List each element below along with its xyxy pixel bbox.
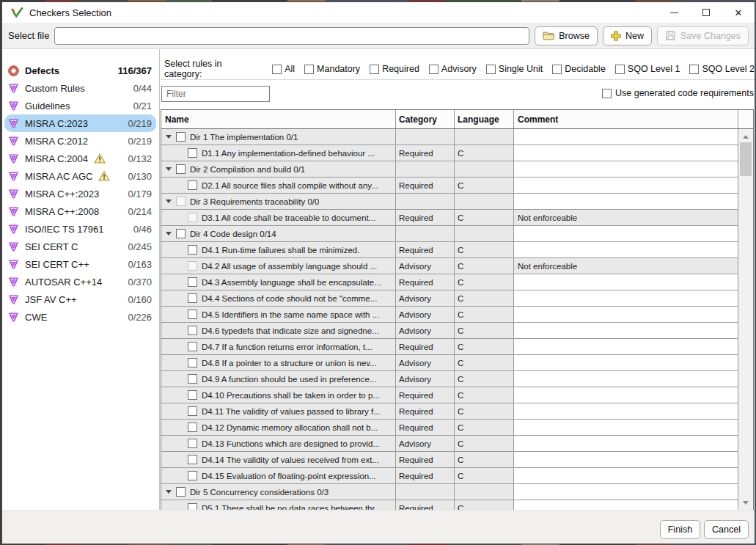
comment-cell[interactable] [514, 403, 738, 419]
sidebar-item-misra-cpp-2008[interactable]: MISRA C++:20080/214 [4, 202, 156, 220]
row-checkbox[interactable] [188, 148, 197, 158]
category-checkbox-sqo-level-1[interactable] [615, 65, 625, 74]
category-checkbox-required[interactable] [370, 65, 379, 74]
cancel-button[interactable]: Cancel [704, 520, 749, 539]
collapse-expander-icon[interactable] [166, 490, 172, 494]
group-row[interactable]: Dir 5 Concurrency considerations 0/3 [161, 484, 738, 500]
sidebar-item-misra-c-2023[interactable]: MISRA C:20230/219 [4, 114, 156, 132]
rule-row[interactable]: D5.1 There shall be no data races betwee… [161, 500, 738, 510]
rule-row[interactable]: D3.1 All code shall be traceable to docu… [161, 210, 738, 226]
category-checkbox-sqo-level-2[interactable] [689, 65, 699, 74]
row-checkbox[interactable] [188, 310, 197, 319]
maximize-button[interactable] [690, 2, 722, 23]
scroll-up-button[interactable] [738, 131, 753, 142]
row-checkbox[interactable] [188, 455, 197, 464]
rule-row[interactable]: D4.15 Evaluation of floating-point expre… [161, 468, 738, 484]
comment-cell[interactable] [514, 420, 738, 435]
comment-cell[interactable] [514, 500, 738, 510]
row-checkbox[interactable] [188, 245, 197, 255]
collapse-expander-icon[interactable] [166, 200, 172, 203]
row-checkbox[interactable] [176, 132, 186, 142]
row-checkbox[interactable] [188, 180, 197, 190]
generated-code-checkbox[interactable] [602, 89, 612, 98]
category-checkbox-mandatory[interactable] [304, 65, 314, 74]
group-row[interactable]: Dir 4 Code design 0/14 [161, 226, 738, 242]
category-checkbox-decidable[interactable] [552, 65, 562, 74]
comment-cell[interactable] [514, 339, 738, 354]
row-checkbox[interactable] [188, 261, 197, 271]
category-checkbox-all[interactable] [272, 65, 282, 74]
sidebar-item-defects[interactable]: Defects116/367 [4, 62, 156, 79]
sidebar-item-iso-iec-ts-17961[interactable]: ISO/IEC TS 179610/46 [4, 220, 156, 238]
filter-input[interactable] [161, 86, 270, 102]
sidebar-item-jsf-av-cpp[interactable]: JSF AV C++0/160 [4, 290, 156, 308]
comment-cell[interactable] [514, 145, 738, 161]
group-row[interactable]: Dir 3 Requirements traceability 0/0 [161, 194, 738, 210]
table-scrollbar[interactable] [738, 129, 753, 510]
row-checkbox[interactable] [176, 487, 186, 497]
sidebar-item-cwe[interactable]: CWE0/226 [4, 308, 156, 326]
comment-cell[interactable] [514, 290, 738, 306]
row-checkbox[interactable] [188, 293, 197, 303]
sidebar-item-sei-cert-cpp[interactable]: SEI CERT C++0/163 [4, 255, 156, 273]
category-checkbox-advisory[interactable] [429, 65, 438, 74]
rule-row[interactable]: D1.1 Any implementation-defined behaviou… [161, 145, 738, 161]
new-button[interactable]: New [603, 26, 652, 45]
comment-cell[interactable] [514, 178, 738, 193]
select-file-input[interactable] [54, 27, 529, 45]
close-button[interactable]: ✕ [722, 2, 755, 23]
row-checkbox[interactable] [188, 471, 197, 480]
row-checkbox[interactable] [188, 503, 197, 510]
row-checkbox[interactable] [188, 358, 197, 367]
comment-cell[interactable]: Not enforceable [514, 258, 738, 274]
finish-button[interactable]: Finish [660, 520, 700, 539]
scrollbar-thumb[interactable] [740, 142, 752, 176]
rule-row[interactable]: D4.11 The validity of values passed to l… [161, 403, 738, 420]
row-checkbox[interactable] [188, 439, 197, 448]
rule-row[interactable]: D4.10 Precautions shall be taken in orde… [161, 387, 738, 403]
browse-button[interactable]: Browse [535, 26, 598, 45]
rule-row[interactable]: D4.8 If a pointer to a structure or unio… [161, 355, 738, 371]
row-checkbox[interactable] [176, 164, 186, 174]
comment-cell[interactable] [514, 323, 738, 338]
row-checkbox[interactable] [188, 423, 197, 432]
collapse-expander-icon[interactable] [166, 167, 172, 171]
sidebar-item-misra-c-2004[interactable]: MISRA C:20040/132 [4, 150, 156, 167]
comment-cell[interactable] [514, 436, 738, 451]
sidebar-item-misra-ac-agc[interactable]: MISRA AC AGC0/130 [4, 167, 156, 185]
comment-cell[interactable]: Not enforceable [514, 210, 738, 225]
rule-row[interactable]: D4.13 Functions which are designed to pr… [161, 436, 738, 452]
row-checkbox[interactable] [188, 326, 197, 335]
row-checkbox[interactable] [188, 213, 197, 222]
row-checkbox[interactable] [176, 229, 186, 238]
row-checkbox[interactable] [188, 277, 197, 287]
sidebar-item-sei-cert-c[interactable]: SEI CERT C0/245 [4, 238, 156, 255]
rule-row[interactable]: D4.14 The validity of values received fr… [161, 452, 738, 468]
comment-cell[interactable] [514, 242, 738, 257]
rule-row[interactable]: D4.1 Run-time failures shall be minimize… [161, 242, 738, 258]
comment-cell[interactable] [514, 355, 738, 370]
sidebar-item-misra-c-2012[interactable]: MISRA C:20120/219 [4, 132, 156, 150]
rule-row[interactable]: D2.1 All source files shall compile with… [161, 178, 738, 194]
comment-cell[interactable] [514, 452, 738, 467]
rule-row[interactable]: D4.9 A function should be used in prefer… [161, 371, 738, 387]
row-checkbox[interactable] [188, 390, 197, 400]
collapse-expander-icon[interactable] [166, 232, 172, 235]
sidebar-item-guidelines[interactable]: Guidelines0/21 [4, 97, 156, 114]
category-checkbox-single-unit[interactable] [486, 65, 496, 74]
comment-cell[interactable] [514, 371, 738, 387]
row-checkbox[interactable] [188, 406, 197, 416]
row-checkbox[interactable] [176, 197, 186, 206]
rule-row[interactable]: D4.5 Identifiers in the same name space … [161, 307, 738, 323]
collapse-expander-icon[interactable] [166, 135, 172, 139]
sidebar-item-custom-rules[interactable]: Custom Rules0/44 [4, 79, 156, 97]
comment-cell[interactable] [514, 468, 738, 483]
comment-cell[interactable] [514, 307, 738, 322]
save-changes-button[interactable]: Save Changes [657, 26, 749, 45]
rule-row[interactable]: D4.7 If a function returns error informa… [161, 339, 738, 355]
rule-row[interactable]: D4.4 Sections of code should not be "com… [161, 290, 738, 307]
group-row[interactable]: Dir 1 The implementation 0/1 [161, 129, 738, 145]
scroll-down-button[interactable] [738, 497, 753, 508]
rule-row[interactable]: D4.2 All usage of assembly language shou… [161, 258, 738, 274]
comment-cell[interactable] [514, 387, 738, 403]
